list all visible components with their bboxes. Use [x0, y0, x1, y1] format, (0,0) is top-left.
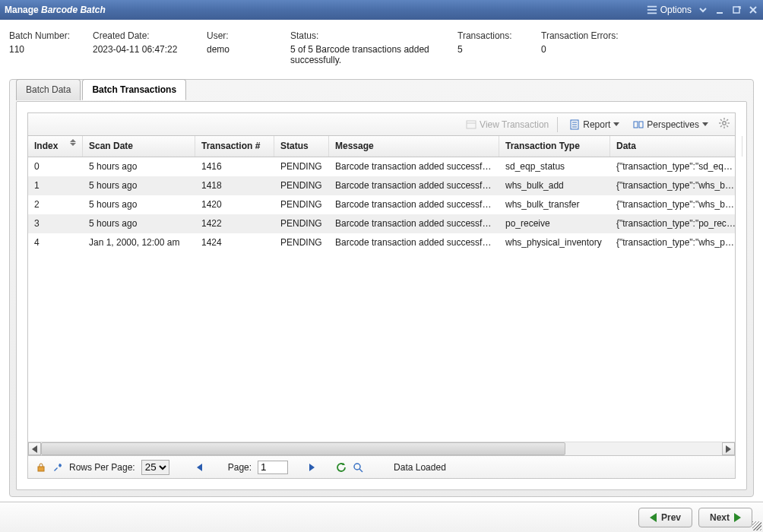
- table-row[interactable]: 3 5 hours ago 1422 PENDING Barcode trans…: [28, 214, 735, 233]
- batch-info: Batch Number: 110 Created Date: 2023-04-…: [0, 20, 763, 73]
- toolbar-separator: [557, 117, 558, 132]
- col-status[interactable]: Status: [274, 136, 329, 157]
- view-transaction-button[interactable]: View Transaction: [461, 116, 554, 133]
- maximize-icon[interactable]: [731, 5, 742, 15]
- collapse-icon[interactable]: [698, 5, 708, 15]
- column-headers: Index Scan Date Transaction # Status Mes…: [28, 136, 735, 157]
- view-icon: [466, 119, 476, 130]
- footer-bar: Prev Next: [0, 502, 763, 532]
- horizontal-scrollbar[interactable]: [28, 442, 735, 455]
- resize-grip[interactable]: [752, 521, 761, 530]
- col-data[interactable]: Data: [610, 136, 742, 157]
- page-input[interactable]: [258, 461, 288, 474]
- svg-rect-5: [467, 121, 476, 128]
- svg-rect-2: [647, 13, 657, 14]
- minimize-icon[interactable]: [714, 5, 725, 15]
- refresh-icon[interactable]: [336, 462, 347, 473]
- list-icon: [647, 5, 657, 15]
- page-next-icon[interactable]: [309, 464, 315, 471]
- page-prev-icon[interactable]: [197, 464, 202, 471]
- svg-point-23: [354, 464, 360, 470]
- svg-line-24: [359, 469, 363, 472]
- svg-rect-0: [647, 6, 657, 8]
- col-transaction-num[interactable]: Transaction #: [195, 136, 274, 157]
- chevron-down-icon: [613, 122, 619, 126]
- col-index[interactable]: Index: [28, 136, 83, 157]
- title-entity: Barcode Batch: [41, 5, 106, 15]
- wrench-icon[interactable]: [52, 462, 63, 473]
- svg-line-18: [720, 119, 722, 121]
- col-message[interactable]: Message: [329, 136, 499, 157]
- transactions-label: Transactions:: [457, 30, 541, 41]
- table-row[interactable]: 1 5 hours ago 1418 PENDING Barcode trans…: [28, 176, 735, 195]
- errors-value: 0: [541, 44, 655, 55]
- grid-rows: 0 5 hours ago 1416 PENDING Barcode trans…: [28, 157, 735, 442]
- report-label: Report: [583, 119, 610, 130]
- table-row[interactable]: 4 Jan 1, 2000, 12:00 am 1424 PENDING Bar…: [28, 233, 735, 252]
- arrow-left-icon: [650, 513, 657, 522]
- prev-button[interactable]: Prev: [638, 508, 692, 527]
- svg-line-21: [727, 119, 728, 121]
- title-prefix: Manage: [5, 5, 39, 15]
- view-transaction-label: View Transaction: [480, 119, 549, 130]
- created-date-value: 2023-04-11 06:47:22: [93, 44, 207, 55]
- status-value: 5 of 5 Barcode transactions added succes…: [290, 44, 457, 65]
- next-button[interactable]: Next: [698, 508, 752, 527]
- transactions-value: 5: [457, 44, 541, 55]
- window-title: Manage Barcode Batch: [5, 5, 106, 15]
- next-label: Next: [710, 512, 730, 523]
- tab-strip: Batch Data Batch Transactions: [16, 78, 188, 100]
- scroll-right-arrow[interactable]: [722, 442, 735, 455]
- rows-per-page-label: Rows Per Page:: [69, 462, 135, 473]
- close-icon[interactable]: [748, 5, 758, 15]
- pager-status: Data Loaded: [394, 462, 446, 473]
- svg-rect-1: [647, 9, 657, 11]
- page-label: Page:: [228, 462, 252, 473]
- batch-panel: Batch Data Batch Transactions View Trans…: [9, 79, 754, 497]
- report-icon: [569, 119, 580, 130]
- svg-rect-3: [717, 12, 723, 14]
- errors-label: Transaction Errors:: [541, 30, 655, 41]
- lock-icon[interactable]: [36, 462, 46, 473]
- gear-icon[interactable]: [718, 117, 730, 131]
- transactions-grid: View Transaction Report Perspectives: [27, 112, 736, 479]
- window-titlebar: Manage Barcode Batch Options: [0, 0, 763, 20]
- svg-point-13: [723, 122, 726, 125]
- scroll-thumb[interactable]: [41, 442, 565, 455]
- batch-number-value: 110: [9, 44, 93, 55]
- options-label: Options: [660, 5, 692, 15]
- search-icon[interactable]: [353, 462, 363, 473]
- perspectives-button[interactable]: Perspectives: [628, 116, 714, 133]
- svg-line-20: [720, 125, 722, 127]
- rows-per-page-select[interactable]: 25: [141, 460, 169, 475]
- perspectives-icon: [633, 119, 644, 130]
- status-label: Status:: [290, 30, 457, 41]
- svg-rect-12: [639, 122, 643, 128]
- scroll-track[interactable]: [41, 442, 722, 455]
- table-row[interactable]: 2 5 hours ago 1420 PENDING Barcode trans…: [28, 195, 735, 214]
- arrow-right-icon: [734, 513, 741, 522]
- col-scan-date[interactable]: Scan Date: [83, 136, 195, 157]
- chevron-down-icon: [702, 122, 708, 126]
- col-transaction-type[interactable]: Transaction Type: [499, 136, 610, 157]
- svg-rect-4: [733, 7, 739, 13]
- svg-rect-22: [38, 467, 44, 471]
- tab-batch-data[interactable]: Batch Data: [16, 79, 81, 100]
- user-label: User:: [207, 30, 290, 41]
- pager-bar: Rows Per Page: 25 Page: Data Loaded: [28, 455, 735, 478]
- scroll-left-arrow[interactable]: [28, 442, 41, 455]
- perspectives-label: Perspectives: [647, 119, 699, 130]
- svg-rect-11: [634, 122, 638, 128]
- user-value: demo: [207, 44, 290, 55]
- sort-icon[interactable]: [70, 139, 76, 146]
- tab-batch-transactions[interactable]: Batch Transactions: [82, 79, 186, 100]
- svg-line-19: [727, 125, 728, 127]
- table-row[interactable]: 0 5 hours ago 1416 PENDING Barcode trans…: [28, 157, 735, 176]
- options-button[interactable]: Options: [647, 5, 692, 15]
- report-button[interactable]: Report: [564, 116, 625, 133]
- batch-number-label: Batch Number:: [9, 30, 93, 41]
- grid-toolbar: View Transaction Report Perspectives: [28, 113, 735, 136]
- prev-label: Prev: [661, 512, 681, 523]
- created-date-label: Created Date:: [93, 30, 207, 41]
- tab-body: View Transaction Report Perspectives: [16, 101, 747, 490]
